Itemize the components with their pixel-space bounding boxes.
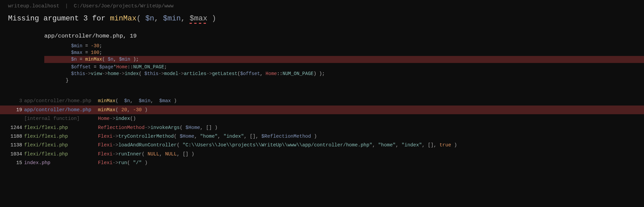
error-arg-1: $min [163,14,181,23]
error-fn: minMax [110,14,137,23]
stack-line-number: 1244 [8,124,24,131]
stack-row[interactable]: 19app/controller/home.phpminMax( 20, -30… [0,106,644,114]
stack-file: flexi/flexi.php [24,133,98,140]
source-file: app/controller/home.php [44,33,123,39]
code-line: $this->view->home->index( $this->model->… [44,70,644,77]
stack-call: Flexi->tryControllerMethod( $Home, "home… [98,133,636,140]
stack-call: Flexi->run( "/" ) [98,159,636,166]
stack-trace: 3app/controller/home.phpminMax( $n, $min… [0,87,644,167]
stack-call: minMax( 20, -30 ) [98,106,636,114]
stack-file: flexi/flexi.php [24,124,98,131]
stack-file: [internal function] [24,115,98,122]
stack-file: flexi/flexi.php [24,141,98,149]
stack-line-number: 1138 [8,141,24,149]
stack-line-number: 19 [8,106,24,114]
breadcrumb: writeup.localhost | C:/Users/Joe/project… [0,0,644,12]
stack-row[interactable]: [internal function]Home->index() [0,114,644,123]
stack-file: app/controller/home.php [24,106,98,114]
stack-file: flexi/flexi.php [24,150,98,158]
code-line: $offset = $page*Home::NUM_ON_PAGE; [44,64,644,70]
stack-file: app/controller/home.php [24,97,98,105]
code-block: $min = -30;$max = 100;$n = minMax( $n, $… [0,41,644,87]
code-line: $max = 100; [44,49,644,56]
stack-call: Flexi->runInner( NULL, NULL, [] ) [98,150,636,158]
stack-line-number: 3 [8,97,24,105]
source-line: 19 [130,33,137,39]
stack-row[interactable]: 1138flexi/flexi.phpFlexi->loadAndRunCont… [0,141,644,149]
stack-call: ReflectionMethod->invokeArgs( $Home, [] … [98,124,636,131]
code-line: $min = -30; [44,43,644,49]
stack-call: minMax( $n, $min, $max ) [98,97,636,105]
breadcrumb-path: C:/Users/Joe/projects/WriteUp/www [74,3,173,9]
breadcrumb-separator: | [65,3,68,9]
stack-line-number: 15 [8,159,24,166]
stack-line-number: 1188 [8,133,24,140]
stack-line-number: 1034 [8,150,24,158]
code-line: } [44,77,644,84]
stack-row[interactable]: 1188flexi/flexi.phpFlexi->tryControllerM… [0,132,644,141]
error-arg-2-missing: $max [190,14,207,23]
stack-file: index.php [24,159,98,166]
stack-row[interactable]: 15index.phpFlexi->run( "/" ) [0,158,644,167]
source-location: app/controller/home.php, 19 [0,27,644,41]
stack-row[interactable]: 3app/controller/home.phpminMax( $n, $min… [0,96,644,105]
code-line-highlighted: $n = minMax( $n, $min ); [44,56,644,63]
breadcrumb-host: writeup.localhost [8,3,59,9]
error-title: Missing argument 3 for minMax( $n, $min,… [0,12,644,27]
stack-call: Flexi->loadAndRunController( "C:\\Users\… [98,141,636,149]
error-arg-0: $n [145,14,154,23]
error-prefix: Missing argument 3 for [8,14,110,23]
stack-row[interactable]: 1244flexi/flexi.phpReflectionMethod->inv… [0,123,644,132]
stack-call: Home->index() [98,115,636,122]
stack-row[interactable]: 1034flexi/flexi.phpFlexi->runInner( NULL… [0,150,644,158]
